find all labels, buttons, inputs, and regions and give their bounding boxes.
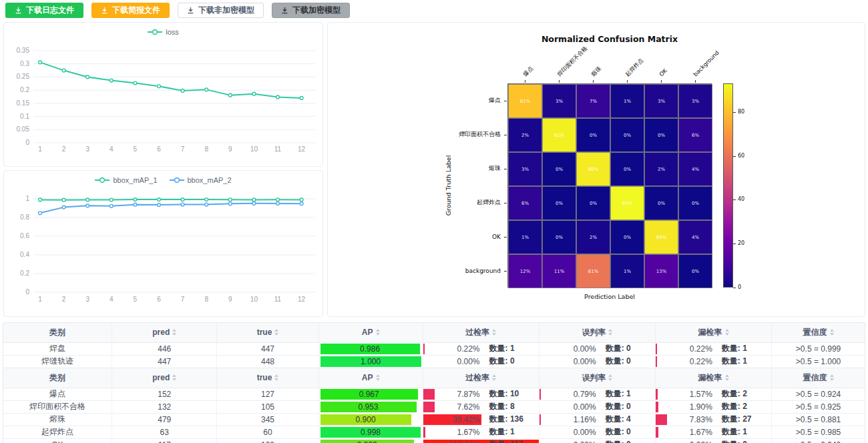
button-label: 下载非加密模型: [198, 5, 254, 16]
rate-percent: 0.00%: [548, 428, 596, 437]
confusion-matrix-title: Normalized Confusion Matrix: [507, 34, 712, 44]
svg-text:5: 5: [134, 296, 138, 303]
confusion-matrix-row-label: 爆点: [387, 83, 501, 117]
sort-caret-icon[interactable]: [830, 329, 834, 336]
legend-item-bbox_mAP_2[interactable]: bbox_mAP_2: [170, 176, 232, 184]
axis-tick: [695, 80, 696, 83]
confusion-matrix-cell: 0%: [542, 186, 576, 220]
colorbar-tick: [733, 156, 736, 157]
axis-tick: [593, 80, 594, 83]
overdetect-rate-cell: 7.62%数量: 8: [423, 400, 539, 413]
svg-text:8: 8: [204, 296, 208, 303]
column-header-漏检率[interactable]: 漏检率: [655, 323, 771, 342]
column-header-AP[interactable]: AP: [318, 323, 423, 342]
miss-rate-cell: 0.22%数量: 1: [655, 342, 771, 355]
download-encrypted-model-button[interactable]: 下载加密模型: [272, 3, 350, 18]
column-header-true[interactable]: true: [217, 368, 318, 388]
colorbar-tick-label: 40: [738, 196, 744, 202]
column-header-误判率[interactable]: 误判率: [539, 323, 655, 342]
rate-count: 数量: 1: [480, 343, 531, 354]
sort-caret-icon[interactable]: [274, 374, 278, 381]
column-header-类别: 类别: [3, 368, 112, 388]
column-header-pred[interactable]: pred: [112, 323, 217, 342]
rate-percent: 0.00%: [548, 440, 596, 443]
sort-caret-icon[interactable]: [492, 374, 496, 381]
column-header-label: AP: [362, 328, 373, 337]
svg-text:3: 3: [85, 145, 89, 153]
colorbar-tick-label: 80: [738, 109, 744, 115]
sort-caret-icon[interactable]: [725, 329, 729, 336]
rate-count: 数量: 27: [712, 414, 763, 425]
confusion-matrix-cell: 4%: [678, 152, 712, 186]
column-header-label: 漏检率: [698, 372, 722, 384]
confusion-matrix-cell: 81%: [508, 84, 542, 118]
misjudge-rate-cell-content: 0.00%数量: 0: [539, 439, 655, 443]
sort-caret-icon[interactable]: [608, 329, 612, 336]
pred-cell: 447: [112, 355, 217, 368]
column-header-过检率[interactable]: 过检率: [423, 323, 539, 342]
loss-chart-legend: loss: [4, 28, 322, 36]
column-header-过检率[interactable]: 过检率: [423, 368, 539, 388]
confusion-matrix-cell: 2%: [644, 152, 678, 186]
column-header-误判率[interactable]: 误判率: [539, 368, 655, 388]
rate-count: 数量: 0: [712, 439, 763, 443]
true-cell: 100: [217, 438, 318, 443]
overdetect-rate-cell: 0.22%数量: 1: [423, 342, 539, 355]
sort-caret-icon[interactable]: [172, 329, 176, 336]
ap-cell: 0.986: [318, 342, 423, 355]
rate-bar: [656, 344, 657, 354]
column-header-漏检率[interactable]: 漏检率: [655, 368, 771, 388]
sort-caret-icon[interactable]: [725, 374, 729, 381]
column-header-置信度[interactable]: 置信度: [772, 323, 865, 342]
colorbar-tick: [733, 288, 736, 288]
legend-item-loss[interactable]: loss: [148, 28, 179, 36]
rate-percent: 117.00%: [431, 440, 480, 443]
column-header-AP[interactable]: AP: [318, 368, 423, 388]
sort-caret-icon[interactable]: [274, 329, 278, 336]
rate-count: 数量: 0: [480, 356, 531, 367]
column-header-pred[interactable]: pred: [112, 368, 217, 388]
overdetect-rate-cell: 1.67%数量: 1: [423, 426, 539, 438]
sort-caret-icon[interactable]: [172, 374, 176, 381]
miss-rate-cell: 7.83%数量: 27: [655, 413, 771, 426]
download-log-button[interactable]: 下载日志文件: [5, 3, 83, 18]
ap-bar-track: 0.967: [320, 389, 421, 400]
svg-text:3: 3: [85, 296, 89, 303]
ap-bar: 0.967: [320, 389, 418, 400]
download-unencrypted-model-button[interactable]: 下载非加密模型: [178, 3, 264, 18]
table-row: 焊印面积不合格1321050.9537.62%数量: 80.00%数量: 01.…: [3, 400, 865, 413]
column-header-label: 置信度: [803, 327, 827, 338]
sort-caret-icon[interactable]: [492, 329, 496, 336]
sort-caret-icon[interactable]: [608, 374, 612, 381]
sort-caret-icon[interactable]: [376, 374, 380, 381]
svg-text:9: 9: [228, 296, 232, 303]
sort-caret-icon[interactable]: [830, 374, 834, 381]
miss-rate-cell: 1.57%数量: 2: [655, 388, 771, 400]
svg-text:0.15: 0.15: [17, 99, 30, 107]
confusion-matrix-cell: 0%: [576, 186, 610, 220]
ap-bar-track: 0.929: [320, 440, 421, 443]
confusion-matrix-cell: 0%: [542, 152, 576, 186]
column-header-置信度[interactable]: 置信度: [772, 368, 865, 388]
download-report-button[interactable]: 下载简报文件: [91, 3, 170, 18]
axis-tick: [504, 203, 507, 203]
rate-count: 数量: 0: [596, 426, 647, 438]
overdetect-rate-cell-content: 117.00%数量: 117: [423, 439, 539, 443]
sort-caret-icon[interactable]: [376, 329, 380, 336]
confusion-matrix-xlabel: Prediction Label: [507, 293, 712, 300]
overdetect-rate-cell: 0.00%数量: 0: [423, 355, 539, 368]
confusion-matrix-cell: 4%: [678, 220, 712, 254]
confusion-matrix-cell: 0%: [644, 186, 678, 220]
overdetect-rate-cell-content: 1.67%数量: 1: [423, 426, 539, 438]
table-header-row: 类别predtrueAP过检率误判率漏检率置信度: [3, 368, 865, 388]
rate-percent: 7.62%: [431, 402, 480, 412]
column-header-true[interactable]: true: [217, 323, 318, 342]
ap-bar-track: 0.953: [320, 402, 421, 412]
map-chart-card: bbox_mAP_1bbox_mAP_2 00.20.40.60.8112345…: [3, 170, 323, 317]
legend-item-bbox_mAP_1[interactable]: bbox_mAP_1: [95, 176, 157, 184]
miss-rate-cell-content: 1.57%数量: 2: [656, 388, 771, 400]
column-header-label: true: [257, 328, 272, 337]
miss-rate-cell: 1.67%数量: 1: [655, 426, 771, 438]
class-cell: 爆点: [3, 388, 112, 400]
svg-text:0: 0: [25, 139, 29, 146]
